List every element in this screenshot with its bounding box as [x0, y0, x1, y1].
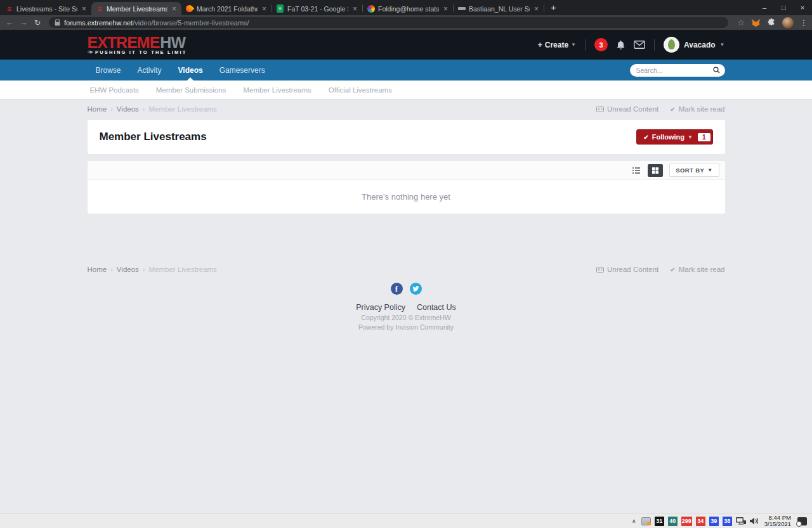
tab-close-icon[interactable]: ×: [261, 5, 268, 13]
unread-content-link[interactable]: Unread Content: [596, 266, 658, 273]
subnav-item-member-submissions[interactable]: Member Submissions: [156, 86, 226, 94]
breadcrumb-videos[interactable]: Videos: [117, 105, 139, 113]
breadcrumb-chevron-icon: ›: [110, 266, 113, 273]
unread-content-icon: [596, 106, 604, 112]
following-count-badge[interactable]: 1: [698, 133, 710, 141]
header-divider: [585, 39, 586, 51]
subnav-item-official-livestreams[interactable]: Official Livestreams: [329, 86, 392, 94]
tray-app-icon[interactable]: [641, 517, 651, 525]
breadcrumb-bottom: Home › Videos › Member Livestreams Unrea…: [88, 214, 725, 273]
listing-toolbar: SORT BY ▼: [88, 161, 725, 180]
grid-view-icon: [652, 167, 658, 174]
page-title: Member Livestreams: [100, 131, 207, 143]
facebook-icon[interactable]: f: [391, 283, 403, 295]
breadcrumb-home[interactable]: Home: [88, 266, 107, 273]
lock-icon: [55, 19, 60, 26]
search-box[interactable]: [630, 64, 725, 77]
new-tab-button[interactable]: +: [551, 2, 556, 13]
twitter-icon[interactable]: [410, 283, 422, 295]
ehw-favicon-icon: [95, 4, 103, 13]
messages-envelope-icon[interactable]: [634, 41, 645, 49]
browser-toolbar: ← → ↻ forums.extremehw.net/video/browse/…: [0, 15, 812, 30]
tray-monitor-badge[interactable]: 299: [681, 517, 692, 526]
tab-close-icon[interactable]: ×: [171, 5, 178, 13]
nav-item-videos[interactable]: Videos: [170, 60, 211, 80]
breadcrumb-chevron-icon: ›: [143, 105, 145, 113]
extensions-puzzle-icon[interactable]: [767, 18, 776, 27]
browser-profile-avatar[interactable]: [782, 17, 794, 29]
close-icon[interactable]: ×: [793, 0, 812, 15]
browser-menu-icon[interactable]: ⋮: [800, 18, 808, 27]
tab-close-icon[interactable]: ×: [533, 5, 540, 13]
plus-icon: +: [538, 41, 542, 49]
clock-date: 3/15/2021: [764, 520, 791, 527]
tab-title: Bastiaan_NL User Summary - Fol: [469, 5, 530, 13]
nav-item-browse[interactable]: Browse: [88, 60, 129, 80]
browser-tab[interactable]: Livestreams - Site Suggestions - ×: [1, 2, 91, 15]
subnav-item-member-livestreams[interactable]: Member Livestreams: [243, 86, 311, 94]
url-text: forums.extremehw.net/video/browse/5-memb…: [64, 19, 249, 27]
tray-monitor-badge[interactable]: 39: [709, 517, 719, 526]
tab-title: March 2021 Foldathon - Monday: [197, 5, 258, 13]
notification-count-badge[interactable]: 3: [594, 38, 608, 51]
reload-icon[interactable]: ↻: [32, 18, 43, 27]
minimize-icon[interactable]: –: [755, 0, 774, 15]
tray-monitor-badge[interactable]: 34: [696, 517, 705, 526]
tray-chevron-up-icon[interactable]: ∧: [632, 518, 636, 524]
metamask-fox-icon[interactable]: [751, 18, 761, 27]
nav-item-gameservers[interactable]: Gameservers: [211, 60, 273, 80]
search-input[interactable]: [636, 67, 713, 74]
mark-site-read-link[interactable]: ✔ Mark site read: [670, 266, 724, 273]
check-icon: ✔: [670, 106, 675, 113]
create-button[interactable]: + Create ▼: [538, 41, 576, 49]
taskbar-clock[interactable]: 8:44 PM 3/15/2021: [764, 515, 791, 528]
tab-title: FaT 03-21 - Google Sheets: [287, 5, 348, 13]
tab-close-icon[interactable]: ×: [81, 5, 88, 13]
notifications-bell-icon[interactable]: [616, 40, 625, 50]
sort-by-button[interactable]: SORT BY ▼: [669, 164, 719, 177]
unread-content-link[interactable]: Unread Content: [596, 105, 658, 113]
user-menu[interactable]: Avacado ▼: [664, 37, 725, 53]
check-icon: ✔: [670, 266, 675, 273]
browser-tab[interactable]: FaT 03-21 - Google Sheets ×: [272, 2, 362, 15]
chevron-down-icon: ▼: [720, 42, 725, 48]
contact-us-link[interactable]: Contact Us: [417, 303, 456, 312]
breadcrumb-home[interactable]: Home: [88, 105, 107, 113]
browser-tab[interactable]: Bastiaan_NL User Summary - Fol ×: [454, 2, 544, 15]
logo-text-accent: HW: [160, 35, 185, 50]
mark-site-read-link[interactable]: ✔ Mark site read: [670, 105, 724, 113]
forward-icon[interactable]: →: [18, 18, 29, 27]
unread-content-icon: [596, 267, 604, 273]
speaker-icon[interactable]: [750, 517, 758, 525]
tab-close-icon[interactable]: ×: [442, 5, 449, 13]
back-icon[interactable]: ←: [4, 18, 15, 27]
tab-close-icon[interactable]: ×: [351, 5, 358, 13]
tray-monitor-badge[interactable]: 38: [723, 517, 732, 526]
following-button[interactable]: ✔ Following ▼ 1: [636, 129, 712, 145]
breadcrumb-videos[interactable]: Videos: [117, 266, 139, 273]
gray-favicon-icon: [458, 7, 466, 10]
address-bar[interactable]: forums.extremehw.net/video/browse/5-memb…: [49, 17, 728, 28]
privacy-policy-link[interactable]: Privacy Policy: [356, 303, 405, 312]
breadcrumb: Home › Videos › Member Livestreams Unrea…: [88, 100, 725, 113]
search-icon[interactable]: [713, 67, 720, 74]
tab-title: Folding@home stats report: [378, 5, 439, 13]
tray-monitor-badge[interactable]: 40: [668, 517, 678, 526]
network-icon[interactable]: [736, 517, 746, 525]
tray-monitor-badge[interactable]: 31: [655, 517, 664, 526]
maximize-icon[interactable]: □: [774, 0, 793, 15]
ehw-favicon-icon: [5, 4, 13, 13]
page-title-card: Member Livestreams ✔ Following ▼ 1: [88, 120, 725, 154]
subnav-item-ehw-podcasts[interactable]: EHW Podcasts: [90, 86, 139, 94]
primary-navbar: Browse Activity Videos Gameservers: [0, 60, 812, 80]
tab-title: Member Livestreams - ExtremeH: [107, 5, 167, 13]
browser-tab[interactable]: Folding@home stats report ×: [363, 2, 453, 15]
grid-view-button[interactable]: [648, 164, 663, 177]
site-logo[interactable]: EXTREME HW ≡▶ PUSHING IT TO THE LIMIT: [88, 35, 187, 55]
browser-tab-active[interactable]: Member Livestreams - ExtremeH ×: [91, 2, 181, 15]
bookmark-star-icon[interactable]: ☆: [737, 18, 745, 27]
browser-tab[interactable]: March 2021 Foldathon - Monday ×: [181, 2, 272, 15]
action-center-icon[interactable]: [797, 517, 807, 525]
list-view-button[interactable]: [629, 164, 644, 177]
nav-item-activity[interactable]: Activity: [129, 60, 170, 80]
